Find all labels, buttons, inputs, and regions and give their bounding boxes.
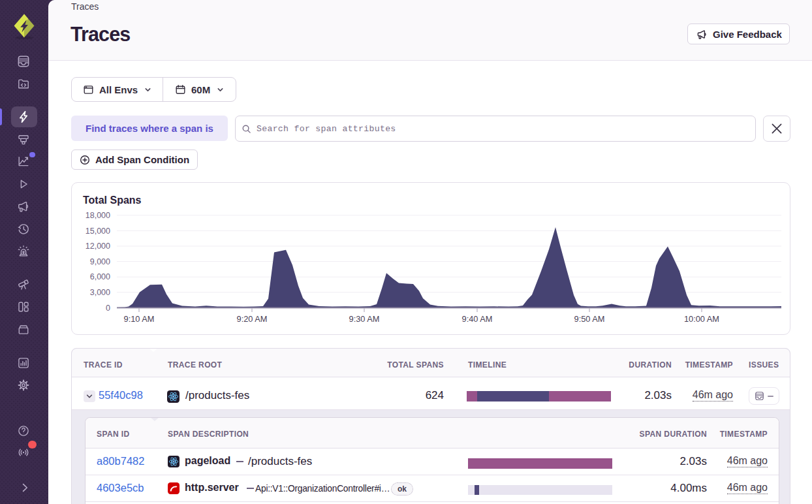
svg-text:9:30 AM: 9:30 AM bbox=[349, 314, 380, 324]
svg-text:9:50 AM: 9:50 AM bbox=[574, 314, 605, 324]
svg-text:12,000: 12,000 bbox=[86, 242, 110, 251]
svg-text:9:40 AM: 9:40 AM bbox=[462, 314, 493, 324]
svg-text:10:00 AM: 10:00 AM bbox=[684, 314, 719, 324]
svg-text:9:20 AM: 9:20 AM bbox=[237, 314, 268, 324]
svg-text:18,000: 18,000 bbox=[86, 211, 110, 220]
svg-text:6,000: 6,000 bbox=[90, 272, 110, 281]
svg-text:15,000: 15,000 bbox=[86, 227, 110, 236]
svg-text:3,000: 3,000 bbox=[90, 288, 110, 297]
svg-text:0: 0 bbox=[106, 304, 110, 313]
svg-text:9,000: 9,000 bbox=[90, 257, 110, 266]
svg-text:9:10 AM: 9:10 AM bbox=[124, 314, 155, 324]
